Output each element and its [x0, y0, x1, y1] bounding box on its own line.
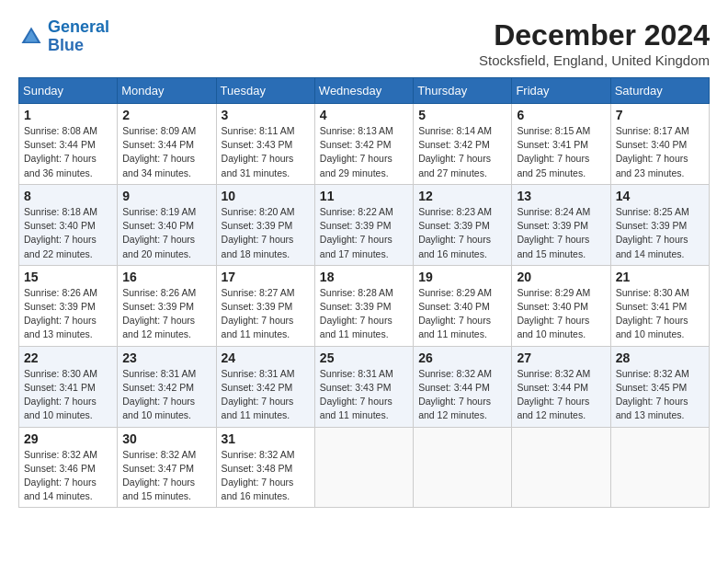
table-row: 11Sunrise: 8:22 AMSunset: 3:39 PMDayligh…: [314, 184, 413, 265]
table-row: 10Sunrise: 8:20 AMSunset: 3:39 PMDayligh…: [216, 184, 314, 265]
table-row: 12Sunrise: 8:23 AMSunset: 3:39 PMDayligh…: [414, 184, 512, 265]
table-row: 8Sunrise: 8:18 AMSunset: 3:40 PMDaylight…: [19, 184, 118, 265]
day-info: Sunrise: 8:23 AMSunset: 3:39 PMDaylight:…: [418, 205, 506, 261]
logo-icon: [18, 24, 44, 50]
day-info: Sunrise: 8:32 AMSunset: 3:45 PMDaylight:…: [616, 367, 704, 423]
day-info: Sunrise: 8:30 AMSunset: 3:41 PMDaylight:…: [616, 286, 704, 342]
day-number: 2: [122, 108, 210, 122]
day-number: 10: [222, 189, 310, 203]
table-row: 13Sunrise: 8:24 AMSunset: 3:39 PMDayligh…: [512, 184, 610, 265]
table-row: 26Sunrise: 8:32 AMSunset: 3:44 PMDayligh…: [414, 346, 512, 427]
day-number: 4: [320, 108, 408, 122]
day-info: Sunrise: 8:24 AMSunset: 3:39 PMDaylight:…: [517, 205, 605, 261]
day-number: 1: [24, 108, 112, 122]
calendar-header-row: Sunday Monday Tuesday Wednesday Thursday…: [19, 78, 710, 104]
day-info: Sunrise: 8:25 AMSunset: 3:39 PMDaylight:…: [616, 205, 704, 261]
day-number: 19: [418, 270, 506, 284]
day-info: Sunrise: 8:29 AMSunset: 3:40 PMDaylight:…: [517, 286, 605, 342]
table-row: 19Sunrise: 8:29 AMSunset: 3:40 PMDayligh…: [414, 265, 512, 346]
table-row: 18Sunrise: 8:28 AMSunset: 3:39 PMDayligh…: [314, 265, 413, 346]
day-number: 13: [517, 189, 605, 203]
day-info: Sunrise: 8:22 AMSunset: 3:39 PMDaylight:…: [320, 205, 408, 261]
calendar-table: Sunday Monday Tuesday Wednesday Thursday…: [18, 77, 710, 508]
table-row: [414, 427, 512, 508]
day-number: 26: [418, 350, 506, 365]
day-number: 29: [24, 431, 112, 446]
day-number: 5: [418, 108, 506, 122]
table-row: [314, 427, 413, 508]
day-number: 17: [222, 270, 310, 284]
day-number: 15: [24, 270, 112, 284]
table-row: 28Sunrise: 8:32 AMSunset: 3:45 PMDayligh…: [610, 346, 709, 427]
day-number: 8: [24, 189, 112, 203]
day-info: Sunrise: 8:31 AMSunset: 3:43 PMDaylight:…: [320, 367, 408, 423]
day-info: Sunrise: 8:30 AMSunset: 3:41 PMDaylight:…: [24, 367, 112, 423]
table-row: 29Sunrise: 8:32 AMSunset: 3:46 PMDayligh…: [19, 427, 118, 508]
day-number: 22: [24, 350, 112, 365]
day-number: 3: [222, 108, 310, 122]
day-number: 21: [616, 270, 704, 284]
location: Stocksfield, England, United Kingdom: [479, 52, 710, 68]
day-info: Sunrise: 8:31 AMSunset: 3:42 PMDaylight:…: [222, 367, 310, 423]
logo-text: General Blue: [48, 18, 109, 55]
day-number: 25: [320, 350, 408, 365]
day-info: Sunrise: 8:26 AMSunset: 3:39 PMDaylight:…: [24, 286, 112, 342]
day-number: 6: [517, 108, 605, 122]
table-row: 20Sunrise: 8:29 AMSunset: 3:40 PMDayligh…: [512, 265, 610, 346]
table-row: 24Sunrise: 8:31 AMSunset: 3:42 PMDayligh…: [216, 346, 314, 427]
header-tuesday: Tuesday: [216, 78, 314, 104]
table-row: 3Sunrise: 8:11 AMSunset: 3:43 PMDaylight…: [216, 104, 314, 185]
day-number: 24: [222, 350, 310, 365]
table-row: 31Sunrise: 8:32 AMSunset: 3:48 PMDayligh…: [216, 427, 314, 508]
table-row: 22Sunrise: 8:30 AMSunset: 3:41 PMDayligh…: [19, 346, 118, 427]
table-row: 2Sunrise: 8:09 AMSunset: 3:44 PMDaylight…: [118, 104, 216, 185]
table-row: 9Sunrise: 8:19 AMSunset: 3:40 PMDaylight…: [118, 184, 216, 265]
table-row: [610, 427, 709, 508]
table-row: 14Sunrise: 8:25 AMSunset: 3:39 PMDayligh…: [610, 184, 709, 265]
table-row: 21Sunrise: 8:30 AMSunset: 3:41 PMDayligh…: [610, 265, 709, 346]
day-number: 14: [616, 189, 704, 203]
table-row: 6Sunrise: 8:15 AMSunset: 3:41 PMDaylight…: [512, 104, 610, 185]
day-number: 23: [122, 350, 210, 365]
table-row: 17Sunrise: 8:27 AMSunset: 3:39 PMDayligh…: [216, 265, 314, 346]
header-sunday: Sunday: [19, 78, 118, 104]
month-year: December 2024: [479, 18, 710, 52]
day-number: 28: [616, 350, 704, 365]
day-info: Sunrise: 8:19 AMSunset: 3:40 PMDaylight:…: [122, 205, 210, 261]
day-number: 9: [122, 189, 210, 203]
header-friday: Friday: [512, 78, 610, 104]
day-info: Sunrise: 8:09 AMSunset: 3:44 PMDaylight:…: [122, 124, 210, 180]
table-row: 27Sunrise: 8:32 AMSunset: 3:44 PMDayligh…: [512, 346, 610, 427]
day-info: Sunrise: 8:27 AMSunset: 3:39 PMDaylight:…: [222, 286, 310, 342]
day-info: Sunrise: 8:28 AMSunset: 3:39 PMDaylight:…: [320, 286, 408, 342]
day-number: 27: [517, 350, 605, 365]
table-row: [512, 427, 610, 508]
calendar-week-row: 8Sunrise: 8:18 AMSunset: 3:40 PMDaylight…: [19, 184, 710, 265]
day-info: Sunrise: 8:32 AMSunset: 3:47 PMDaylight:…: [122, 448, 210, 504]
table-row: 5Sunrise: 8:14 AMSunset: 3:42 PMDaylight…: [414, 104, 512, 185]
title-section: December 2024 Stocksfield, England, Unit…: [479, 18, 710, 68]
day-number: 7: [616, 108, 704, 122]
page-header: General Blue December 2024 Stocksfield, …: [18, 18, 710, 68]
day-info: Sunrise: 8:15 AMSunset: 3:41 PMDaylight:…: [517, 124, 605, 180]
calendar-week-row: 22Sunrise: 8:30 AMSunset: 3:41 PMDayligh…: [19, 346, 710, 427]
table-row: 23Sunrise: 8:31 AMSunset: 3:42 PMDayligh…: [118, 346, 216, 427]
table-row: 25Sunrise: 8:31 AMSunset: 3:43 PMDayligh…: [314, 346, 413, 427]
day-info: Sunrise: 8:13 AMSunset: 3:42 PMDaylight:…: [320, 124, 408, 180]
day-info: Sunrise: 8:18 AMSunset: 3:40 PMDaylight:…: [24, 205, 112, 261]
header-monday: Monday: [118, 78, 216, 104]
logo: General Blue: [18, 18, 109, 55]
day-info: Sunrise: 8:32 AMSunset: 3:44 PMDaylight:…: [517, 367, 605, 423]
day-number: 18: [320, 270, 408, 284]
table-row: 7Sunrise: 8:17 AMSunset: 3:40 PMDaylight…: [610, 104, 709, 185]
day-number: 20: [517, 270, 605, 284]
day-info: Sunrise: 8:14 AMSunset: 3:42 PMDaylight:…: [418, 124, 506, 180]
day-info: Sunrise: 8:11 AMSunset: 3:43 PMDaylight:…: [222, 124, 310, 180]
table-row: 1Sunrise: 8:08 AMSunset: 3:44 PMDaylight…: [19, 104, 118, 185]
day-info: Sunrise: 8:17 AMSunset: 3:40 PMDaylight:…: [616, 124, 704, 180]
day-info: Sunrise: 8:20 AMSunset: 3:39 PMDaylight:…: [222, 205, 310, 261]
day-number: 16: [122, 270, 210, 284]
table-row: 4Sunrise: 8:13 AMSunset: 3:42 PMDaylight…: [314, 104, 413, 185]
day-info: Sunrise: 8:08 AMSunset: 3:44 PMDaylight:…: [24, 124, 112, 180]
day-info: Sunrise: 8:31 AMSunset: 3:42 PMDaylight:…: [122, 367, 210, 423]
